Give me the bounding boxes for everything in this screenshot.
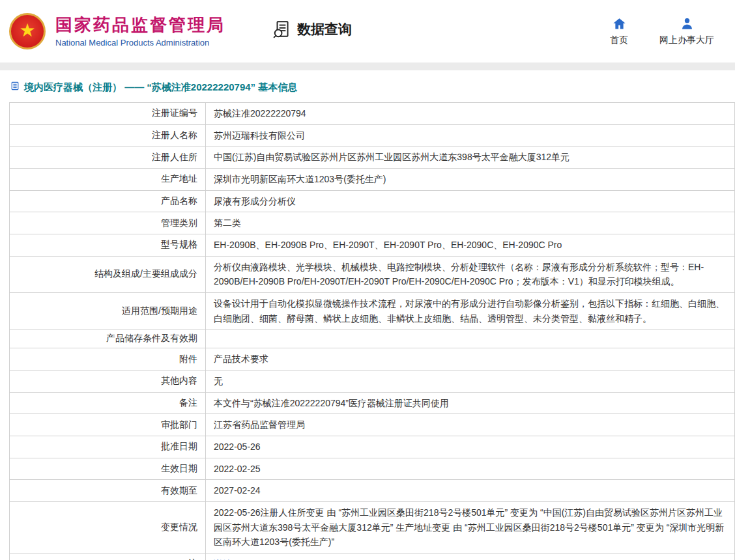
row-label: 产品名称 xyxy=(10,190,206,212)
row-value xyxy=(206,329,735,348)
table-row: 有效期至 2027-02-24 xyxy=(10,480,735,502)
row-label: 附件 xyxy=(10,348,206,371)
table-row: 变更情况 2022-05-26注册人住所变更 由 “苏州工业园区桑田街218号2… xyxy=(10,502,735,553)
page: ★ 国家药品监督管理局 National Medical Products Ad… xyxy=(0,0,735,560)
row-value: 2022-05-26注册人住所变更 由 “苏州工业园区桑田街218号2号楼501… xyxy=(206,502,735,553)
row-label: 注册证编号 xyxy=(10,103,206,125)
row-label: 其他内容 xyxy=(10,371,206,393)
table-row: 注册人名称 苏州迈瑞科技有限公司 xyxy=(10,124,735,147)
table-row: 审批部门 江苏省药品监督管理局 xyxy=(10,414,735,436)
row-label: 适用范围/预期用途 xyxy=(10,293,206,329)
row-value: 详情 xyxy=(206,553,735,560)
table-row: 适用范围/预期用途 设备设计用于自动化模拟显微镜操作技术流程，对尿液中的有形成分… xyxy=(10,293,735,329)
table-row: 注册证编号 苏械注准20222220794 xyxy=(10,103,735,125)
table-row: 管理类别 第二类 xyxy=(10,212,735,234)
row-value: 2027-02-24 xyxy=(206,480,735,502)
table-row: 结构及组成/主要组成成分 分析仪由液路模块、光学模块、机械模块、电路控制模块、分… xyxy=(10,256,735,292)
row-value: 产品技术要求 xyxy=(206,348,735,371)
nav-service-hall-label: 网上办事大厅 xyxy=(659,35,714,46)
row-label: 审批部门 xyxy=(10,414,206,436)
table-row-note: ●注 详情 xyxy=(10,553,735,560)
row-value: 深圳市光明新区南环大道1203号(委托生产) xyxy=(206,169,735,191)
row-value: 本文件与“苏械注准20222220794”医疗器械注册证共同使用 xyxy=(206,392,735,414)
row-label: 注册人名称 xyxy=(10,124,206,147)
row-value: 苏械注准20222220794 xyxy=(206,103,735,125)
header-divider xyxy=(0,63,735,70)
home-icon xyxy=(612,17,626,31)
table-row: 型号规格 EH-2090B、EH-2090B Pro、EH-2090T、EH-2… xyxy=(10,234,735,257)
row-label: 注册人住所 xyxy=(10,147,206,169)
row-label: 管理类别 xyxy=(10,212,206,234)
row-value: 2022-02-25 xyxy=(206,458,735,480)
document-icon xyxy=(10,81,20,94)
info-table: 注册证编号 苏械注准20222220794 注册人名称 苏州迈瑞科技有限公司 注… xyxy=(9,102,735,560)
site-subtitle: National Medical Products Administration xyxy=(55,38,225,48)
site-header: ★ 国家药品监督管理局 National Medical Products Ad… xyxy=(0,0,735,63)
row-label: 生产地址 xyxy=(10,169,206,191)
row-value: 分析仪由液路模块、光学模块、机械模块、电路控制模块、分析处理软件（名称：尿液有形… xyxy=(206,256,735,292)
top-nav: 首页 网上办事大厅 xyxy=(610,17,714,46)
row-label: 结构及组成/主要组成成分 xyxy=(10,256,206,292)
row-value: 江苏省药品监督管理局 xyxy=(206,414,735,436)
row-label: 生效日期 xyxy=(10,458,206,480)
page-title: 境内医疗器械（注册） —— “苏械注准20222220794” 基本信息 xyxy=(24,81,297,94)
row-label: 备注 xyxy=(10,392,206,414)
row-label: ●注 xyxy=(10,553,206,560)
document-search-icon xyxy=(272,20,292,39)
national-emblem-logo: ★ xyxy=(9,13,46,49)
row-value: 第二类 xyxy=(206,212,735,234)
row-value: 中国(江苏)自由贸易试验区苏州片区苏州工业园区苏州大道东398号太平金融大厦31… xyxy=(206,147,735,169)
row-label: 型号规格 xyxy=(10,234,206,257)
breadcrumb: 境内医疗器械（注册） —— “苏械注准20222220794” 基本信息 xyxy=(10,81,735,94)
row-value: 设备设计用于自动化模拟显微镜操作技术流程，对尿液中的有形成分进行自动影像分析鉴别… xyxy=(206,293,735,329)
table-row: 产品名称 尿液有形成分分析仪 xyxy=(10,190,735,212)
row-label: 批准日期 xyxy=(10,436,206,458)
nav-service-hall[interactable]: 网上办事大厅 xyxy=(659,17,714,46)
data-query-label: 数据查询 xyxy=(297,20,352,38)
row-value: 无 xyxy=(206,371,735,393)
table-row: 产品储存条件及有效期 xyxy=(10,329,735,348)
nav-home[interactable]: 首页 xyxy=(610,17,628,46)
row-label: 有效期至 xyxy=(10,480,206,502)
site-title-block: 国家药品监督管理局 National Medical Products Admi… xyxy=(55,15,225,48)
emblem-star-icon: ★ xyxy=(19,21,35,40)
main-content: 境内医疗器械（注册） —— “苏械注准20222220794” 基本信息 注册证… xyxy=(0,70,735,560)
table-row: 附件 产品技术要求 xyxy=(10,348,735,371)
site-title: 国家药品监督管理局 xyxy=(55,15,225,35)
row-value: 尿液有形成分分析仪 xyxy=(206,190,735,212)
nav-home-label: 首页 xyxy=(610,35,628,46)
table-row: 批准日期 2022-05-26 xyxy=(10,436,735,458)
row-value: 2022-05-26 xyxy=(206,436,735,458)
table-row: 注册人住所 中国(江苏)自由贸易试验区苏州片区苏州工业园区苏州大道东398号太平… xyxy=(10,147,735,169)
table-row: 生效日期 2022-02-25 xyxy=(10,458,735,480)
row-label: 产品储存条件及有效期 xyxy=(10,329,206,348)
row-value: EH-2090B、EH-2090B Pro、EH-2090T、EH-2090T … xyxy=(206,234,735,257)
row-label: 变更情况 xyxy=(10,502,206,553)
data-query-tab[interactable]: 数据查询 xyxy=(272,20,352,39)
table-row: 其他内容 无 xyxy=(10,371,735,393)
table-row: 备注 本文件与“苏械注准20222220794”医疗器械注册证共同使用 xyxy=(10,392,735,414)
table-row: 生产地址 深圳市光明新区南环大道1203号(委托生产) xyxy=(10,169,735,191)
row-value: 苏州迈瑞科技有限公司 xyxy=(206,124,735,147)
person-icon xyxy=(680,17,694,31)
